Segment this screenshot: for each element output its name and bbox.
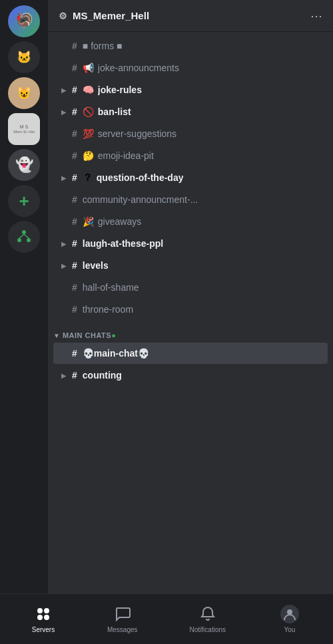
channel-item-community-announcment[interactable]: # community-announcment-...	[53, 189, 328, 210]
channel-item-main-chat[interactable]: # 💀main-chat💀	[53, 343, 328, 364]
hash-icon: #	[72, 282, 77, 293]
nav-notifications[interactable]: Notifications	[182, 599, 234, 639]
hash-icon: #	[72, 106, 77, 117]
svg-point-7	[37, 615, 43, 620]
messages-label: Messages	[107, 626, 138, 633]
server-icon-2[interactable]: 🐱	[8, 41, 40, 73]
channel-item-giveaways[interactable]: # 🎉 giveaways	[53, 211, 328, 232]
server-list: 🦃 🐱 😺 M S Mem Er Hel 👻 +	[0, 0, 48, 593]
nav-servers[interactable]: Servers	[23, 599, 63, 639]
channel-name: question-of-the-day	[97, 172, 184, 183]
chevron-icon: ▶	[61, 240, 69, 247]
notifications-icon	[198, 605, 217, 623]
server-name: MS_Memer_Hell	[73, 10, 149, 21]
chevron-icon: ▶	[61, 108, 69, 116]
svg-point-6	[44, 608, 49, 613]
channel-item-levels[interactable]: ▶ # levels	[53, 255, 328, 276]
app-container: 🦃 🐱 😺 M S Mem Er Hel 👻 + ⚙ MS_Memer_Hell	[0, 0, 333, 593]
hash-icon: #	[72, 84, 77, 95]
svg-point-9	[287, 609, 292, 615]
svg-point-8	[44, 615, 49, 620]
category-main-chats[interactable]: ▼ Main Chats●	[48, 321, 333, 342]
network-icon[interactable]	[8, 221, 40, 253]
channel-item-emoji-idea-pit[interactable]: # 🤔 emoji-idea-pit	[53, 145, 328, 166]
server-header[interactable]: ⚙ MS_Memer_Hell ⋯	[48, 0, 333, 32]
notifications-label: Notifications	[190, 626, 226, 633]
hash-icon: #	[72, 194, 77, 205]
svg-line-4	[24, 234, 29, 238]
channel-item-joke-rules[interactable]: ▶ # 🧠 joke-rules	[53, 79, 328, 100]
channel-item-server-suggestions[interactable]: # 💯 server-suggestions	[53, 123, 328, 144]
channel-item-joke-announcments[interactable]: # 📢 joke-announcments	[53, 57, 328, 79]
channel-emoji: 🤔	[83, 150, 94, 161]
channel-item-ban-list[interactable]: ▶ # 🚫 ban-list	[53, 101, 328, 122]
messages-icon	[113, 605, 132, 623]
gear-icon: ⚙	[59, 11, 67, 21]
server-icon-5[interactable]: 👻	[8, 149, 40, 181]
hash-icon: #	[72, 150, 77, 161]
hash-icon: #	[72, 304, 77, 315]
hash-icon: #	[72, 260, 77, 271]
nav-you[interactable]: You	[270, 599, 310, 639]
server-icon-4[interactable]: M S Mem Er Hel	[8, 113, 40, 145]
category-chevron-icon: ▼	[53, 332, 60, 339]
chevron-icon: ▶	[61, 86, 69, 94]
hash-icon: #	[72, 41, 77, 51]
channel-item-hall-of-shame[interactable]: # hall-of-shame	[53, 277, 328, 298]
channel-item-counting[interactable]: ▶ # counting	[53, 365, 328, 386]
channel-name: counting	[83, 370, 122, 381]
more-options-icon[interactable]: ⋯	[310, 9, 322, 23]
servers-label: Servers	[32, 626, 55, 633]
channel-emoji: 🎉	[83, 216, 94, 227]
bottom-nav: Servers Messages Notifications	[0, 593, 333, 644]
svg-point-0	[22, 230, 26, 234]
channel-item-laugh-at-these-ppl[interactable]: ▶ # laugh-at-these-ppl	[53, 233, 328, 254]
you-label: You	[284, 626, 296, 633]
channel-name: 💀main-chat💀	[83, 348, 149, 359]
hash-icon: #	[72, 63, 77, 73]
chevron-icon: ▶	[61, 174, 69, 182]
channel-name: emoji-idea-pit	[98, 150, 154, 161]
server-icon-3[interactable]: 😺	[8, 77, 40, 109]
channel-emoji: 📢	[83, 63, 94, 73]
channel-emoji: ？	[83, 172, 93, 184]
chevron-icon: ▶	[61, 372, 69, 379]
channel-item-forms[interactable]: # ■ forms ■	[53, 35, 328, 57]
nav-messages[interactable]: Messages	[99, 599, 146, 639]
channel-emoji: 🧠	[83, 84, 94, 95]
channel-item-throne-room[interactable]: # throne-room	[53, 299, 328, 320]
channel-name: community-announcment-...	[83, 194, 198, 205]
channel-name: ban-list	[98, 106, 131, 117]
hash-icon: #	[72, 172, 77, 183]
hash-icon: #	[72, 348, 77, 359]
hash-icon: #	[72, 370, 77, 381]
channel-name: laugh-at-these-ppl	[83, 238, 163, 249]
add-server-button[interactable]: +	[8, 185, 40, 217]
channel-emoji: 💯	[83, 128, 94, 139]
server-icon-1[interactable]: 🦃	[8, 5, 40, 37]
channels-scroll: # ■ forms ■ # 📢 joke-announcments ▶ # 🧠 …	[48, 32, 333, 593]
channel-name: hall-of-shame	[83, 282, 139, 293]
channel-name: throne-room	[83, 304, 133, 315]
hash-icon: #	[72, 238, 77, 249]
channel-name: server-suggestions	[98, 128, 176, 139]
channel-list: ⚙ MS_Memer_Hell ⋯ # ■ forms ■ # 📢 joke-a…	[48, 0, 333, 593]
you-icon	[280, 605, 299, 623]
hash-icon: #	[72, 128, 77, 139]
channel-emoji: 🚫	[83, 106, 94, 117]
channel-name: joke-rules	[98, 84, 142, 95]
channel-name: giveaways	[98, 216, 141, 227]
svg-point-2	[27, 238, 31, 242]
servers-icon	[34, 605, 53, 623]
channel-name: joke-announcments	[98, 63, 179, 73]
category-name: Main Chats●	[63, 331, 116, 339]
svg-line-3	[19, 234, 24, 238]
chevron-icon: ▶	[61, 262, 69, 269]
server-title: ⚙ MS_Memer_Hell	[59, 10, 149, 21]
channel-item-question-of-the-day[interactable]: ▶ # ？ question-of-the-day	[53, 167, 328, 188]
svg-point-5	[37, 608, 43, 613]
svg-point-1	[17, 238, 21, 242]
hash-icon: #	[72, 216, 77, 227]
channel-name: levels	[83, 260, 109, 271]
channel-name: ■ forms ■	[83, 41, 123, 51]
